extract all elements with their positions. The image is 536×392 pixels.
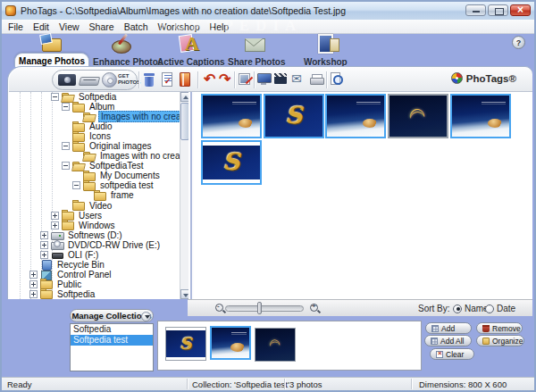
tree-expand-icon[interactable] [40, 231, 48, 239]
photo-thumbnail[interactable] [264, 94, 324, 138]
menu-workshop[interactable]: Workshop [157, 21, 199, 32]
photo-thumbnail[interactable] [388, 94, 448, 138]
scanner-icon[interactable] [79, 77, 100, 86]
chevron-down-icon[interactable] [141, 312, 151, 321]
tree-spacer [62, 122, 70, 130]
tree-item[interactable]: frame [10, 190, 188, 200]
undo-icon[interactable]: ↶ [204, 71, 215, 88]
tree-expand-icon[interactable] [29, 271, 38, 279]
zoom-slider-handle[interactable] [257, 302, 262, 314]
redo-icon[interactable]: ↷ [219, 71, 230, 88]
menu-file[interactable]: File [8, 21, 23, 32]
maximize-button[interactable] [488, 4, 508, 16]
tree-item[interactable]: SoftpediaTest [10, 161, 188, 171]
email-icon[interactable]: ✉ [291, 71, 302, 86]
minimize-button[interactable] [465, 4, 486, 16]
tree-collapse-icon[interactable] [62, 142, 70, 150]
tree-item[interactable]: Icons [10, 131, 188, 141]
add-button[interactable]: Add [425, 322, 472, 334]
close-button[interactable] [510, 4, 531, 16]
tree-item[interactable]: Video [10, 201, 188, 211]
trash-icon[interactable] [144, 73, 155, 87]
collection-item-selected[interactable]: Softpedia test [71, 335, 153, 346]
tree-item[interactable]: softpedia test [10, 180, 188, 190]
tree-item[interactable]: Windows [10, 221, 188, 230]
get-photos-label[interactable]: GET PHOTOS [118, 73, 140, 86]
menu-help[interactable]: Help [210, 21, 230, 32]
folder-icon [83, 171, 95, 180]
sort-date-radio[interactable]: Date [485, 304, 515, 313]
manage-collections-button[interactable]: Manage Collections [70, 309, 154, 322]
tree-collapse-icon[interactable] [51, 93, 59, 101]
tree-scrollbar[interactable] [180, 92, 188, 299]
folder-icon [40, 289, 52, 298]
menu-batch[interactable]: Batch [124, 21, 148, 32]
tree-item[interactable]: Recycle Bin [10, 260, 188, 270]
photo-thumbnail[interactable] [325, 94, 386, 138]
edit-photo-icon[interactable] [239, 73, 250, 85]
movie-icon[interactable] [274, 73, 287, 84]
grid-icon [431, 338, 438, 345]
tree-spacer [83, 191, 91, 199]
menu-view[interactable]: View [59, 21, 80, 32]
sort-name-radio[interactable]: Name [453, 304, 489, 313]
tree-collapse-icon[interactable] [72, 181, 80, 189]
tree-item[interactable]: My Documents [10, 171, 188, 180]
tree-item[interactable]: Softpedia [10, 92, 188, 102]
tree-expand-icon[interactable] [51, 221, 59, 229]
tree-expand-icon[interactable] [29, 280, 38, 288]
tree-expand-icon[interactable] [40, 241, 48, 249]
folder-icon [482, 338, 490, 345]
tree-expand-icon[interactable] [40, 251, 48, 259]
menu-edit[interactable]: Edit [33, 21, 49, 32]
menu-share[interactable]: Share [89, 21, 114, 32]
tree-item[interactable]: Softnews (D:) [10, 230, 188, 240]
sort-by-label: Sort By: [418, 304, 450, 313]
tree-expand-icon[interactable] [51, 212, 59, 220]
status-bar: Ready Collection: 'Softpedia test' 3 pho… [2, 377, 534, 390]
checklist-icon[interactable] [162, 72, 172, 87]
tree-collapse-icon[interactable] [62, 162, 70, 170]
find-icon[interactable] [331, 72, 343, 86]
tree-expand-icon[interactable] [29, 290, 38, 298]
scrollbar-thumb[interactable] [180, 103, 188, 140]
cd-icon[interactable] [102, 72, 117, 88]
print-icon[interactable] [310, 74, 322, 84]
tree-item-selected[interactable]: Images with no creation date [10, 112, 188, 121]
photo-thumbnail[interactable] [201, 94, 262, 138]
slideshow-icon[interactable] [257, 73, 270, 85]
tree-item[interactable]: Images with no creation date [10, 151, 188, 161]
help-button[interactable]: ? [512, 36, 525, 49]
photo-thumbnail[interactable] [201, 140, 262, 185]
photo-thumbnail[interactable] [450, 94, 511, 138]
tray-thumbnail[interactable] [255, 328, 296, 362]
zoom-out-icon[interactable]: - [215, 304, 225, 313]
zoom-slider-track[interactable] [225, 305, 304, 312]
tray-thumbnail[interactable] [210, 326, 251, 360]
tree-item[interactable]: Control Panel [10, 270, 188, 279]
tree-item[interactable]: Users [10, 211, 188, 221]
tree-item[interactable]: OLI (F:) [10, 250, 188, 260]
tree-item[interactable]: Public [10, 279, 188, 289]
organize-button[interactable]: Organize [476, 335, 524, 346]
scroll-down-icon[interactable] [180, 289, 188, 299]
tab-manage-photos[interactable]: Manage Photos [14, 53, 89, 67]
tree-item[interactable]: Softpedia [10, 289, 188, 299]
camera-icon[interactable] [58, 74, 76, 86]
title-bar[interactable]: PhoTags - C:\Softpedia\Album\Images with… [2, 2, 534, 20]
add-all-button[interactable]: Add All [424, 335, 472, 346]
clear-button[interactable]: Clear [430, 348, 474, 360]
tree-item[interactable]: DVD/CD-RW Drive (E:) [10, 240, 188, 250]
remove-button[interactable]: Remove [476, 322, 523, 334]
exit-icon[interactable] [180, 72, 190, 87]
collection-item[interactable]: Softpedia [71, 324, 153, 335]
status-dimensions: Dimensions: 800 X 600 [419, 379, 507, 389]
tray-thumbnail[interactable] [165, 327, 206, 361]
tree-collapse-icon[interactable] [62, 103, 70, 111]
tree-item[interactable]: Audio [10, 121, 188, 131]
zoom-in-icon[interactable]: + [310, 304, 320, 313]
scroll-up-icon[interactable] [180, 92, 188, 102]
window-title: PhoTags - C:\Softpedia\Album\Images with… [21, 5, 346, 16]
tree-item-label: Original images [88, 141, 153, 151]
tree-item[interactable]: Original images [10, 141, 188, 151]
